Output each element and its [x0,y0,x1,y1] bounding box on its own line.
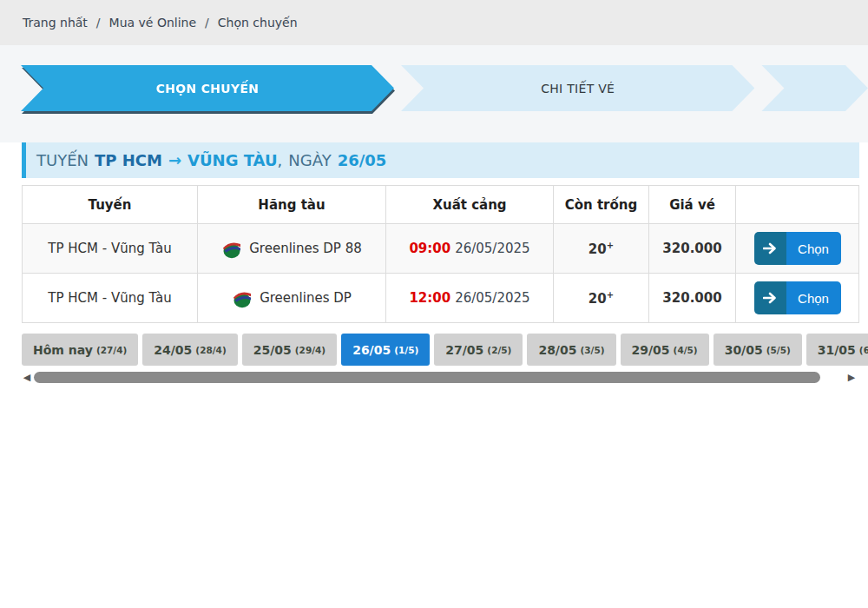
date-tab-sub: (3/5) [580,345,604,355]
breadcrumb: Trang nhất / Mua vé Online / Chọn chuyến [0,0,868,45]
date-tab-sub: (5/5) [766,345,791,355]
breadcrumb-separator: / [205,16,209,30]
trip-price: 320.000 [649,224,736,274]
trip-departure-cell: 09:0026/05/2025 [386,224,554,274]
main-content: TUYẾN TP HCM → VŨNG TÀU , NGÀY 26/05 Tuy… [0,142,868,385]
trip-operator-cell: Greenlines DP [198,274,386,323]
trip-seats-cell: 20+ [554,274,649,323]
breadcrumb-separator: / [96,16,101,30]
trip-row: TP HCM - Vũng Tàu Greenlines DP 12:0026/… [23,274,859,323]
date-tab-sub: (6/5) [859,345,868,355]
col-header-gia-ve: Giá vé [649,186,736,224]
trips-table: Tuyến Hãng tàu Xuất cảng Còn trống Giá v… [22,185,859,323]
route-arrow-icon: → [168,151,181,169]
date-tab-sub: (29/4) [295,345,326,355]
route-destination: VŨNG TÀU [187,151,278,169]
date-tab-label: 27/05 [445,343,483,357]
breadcrumb-item-mua-ve-online[interactable]: Mua vé Online [109,16,197,30]
date-tab-30-05[interactable]: 30/05 (5/5) [713,334,802,366]
chon-button-label: Chọn [786,232,841,265]
col-header-hang-tau: Hãng tàu [198,186,386,224]
date-tab-label: 30/05 [725,343,763,357]
step-wizard: CHỌN CHUYẾN CHI TIẾT VÉ [21,65,868,111]
route-header-ngay-label: NGÀY [288,151,331,169]
date-tab-label: Hôm nay [33,343,93,357]
date-tab-sub: (28/4) [195,345,226,355]
route-origin: TP HCM [95,151,162,169]
step-chi-tiet-ve[interactable]: CHI TIẾT VÉ [401,65,754,111]
chon-button[interactable]: Chọn [754,281,841,314]
date-tabs: Hôm nay (27/4) 24/05 (28/4) 25/05 (29/4)… [22,334,868,366]
date-tab-sub: (27/4) [96,345,127,355]
date-tab-sub: (1/5) [394,345,418,355]
trip-date: 26/05/2025 [455,241,529,256]
date-tabs-scrollbar: ◀ ▶ [22,369,857,385]
col-header-tuyen: Tuyến [23,186,198,224]
breadcrumb-item-chon-chuyen: Chọn chuyến [218,16,298,30]
trip-time: 09:00 [409,241,450,256]
trip-price: 320.000 [649,274,736,323]
date-tab-label: 28/05 [538,343,576,357]
date-tab-label: 29/05 [632,343,670,357]
trip-time: 12:00 [409,290,450,306]
date-tab-26-05-selected[interactable]: 26/05 (1/5) [341,334,430,366]
scrollbar-track[interactable] [32,371,846,383]
trip-route: TP HCM - Vũng Tàu [23,274,198,323]
trip-operator-cell: Greenlines DP 88 [198,224,386,274]
trip-date: 26/05/2025 [455,290,529,306]
breadcrumb-item-home[interactable]: Trang nhất [23,16,88,30]
trip-seats-plus: + [607,290,614,300]
table-header-row: Tuyến Hãng tàu Xuất cảng Còn trống Giá v… [23,186,859,224]
date-tab-25-05[interactable]: 25/05 (29/4) [242,334,337,366]
date-tab-label: 25/05 [253,343,292,357]
steps-band: CHỌN CHUYẾN CHI TIẾT VÉ [0,45,868,142]
chon-button-label: Chọn [786,281,841,314]
scroll-left-arrow-icon[interactable]: ◀ [22,372,32,383]
date-tab-sub: (4/5) [674,345,698,355]
trip-action-cell: Chọn [736,224,859,274]
date-tab-sub: (2/5) [487,345,511,355]
route-date: 26/05 [338,151,387,169]
date-tab-hom-nay[interactable]: Hôm nay (27/4) [22,334,138,366]
trip-action-cell: Chọn [736,274,859,323]
step-next [761,65,868,111]
date-tab-31-05[interactable]: 31/05 (6/5) [806,334,868,366]
date-tab-29-05[interactable]: 29/05 (4/5) [621,334,709,366]
trip-seats: 20 [589,291,607,307]
scrollbar-thumb[interactable] [34,372,820,383]
route-header-comma: , [278,151,283,169]
chon-button[interactable]: Chọn [754,232,841,265]
scroll-right-arrow-icon[interactable]: ▶ [846,372,857,383]
trip-route: TP HCM - Vũng Tàu [23,224,198,274]
route-header-prefix: TUYẾN [36,151,89,169]
trip-operator: Greenlines DP [260,290,352,306]
step-chon-chuyen-wrap: CHỌN CHUYẾN [21,65,394,111]
col-header-con-trong: Còn trống [554,186,649,224]
step-chon-chuyen[interactable]: CHỌN CHUYẾN [21,65,394,111]
date-tab-28-05[interactable]: 28/05 (3/5) [527,334,615,366]
date-tab-27-05[interactable]: 27/05 (2/5) [434,334,523,366]
greenlines-logo-icon [232,287,253,308]
trip-departure-cell: 12:0026/05/2025 [386,274,554,323]
trip-seats-plus: + [607,241,614,250]
date-tab-24-05[interactable]: 24/05 (28/4) [142,334,237,366]
trip-row: TP HCM - Vũng Tàu Greenlines DP 88 09:00… [23,224,859,274]
col-header-xuat-cang: Xuất cảng [386,186,554,224]
trip-seats-cell: 20+ [554,224,649,274]
greenlines-logo-icon [221,238,242,259]
date-tab-label: 31/05 [818,343,856,357]
arrow-right-icon [754,232,786,265]
arrow-right-icon [754,281,786,314]
date-tab-label: 26/05 [352,343,391,357]
trip-seats: 20 [589,241,607,257]
route-header: TUYẾN TP HCM → VŨNG TÀU , NGÀY 26/05 [22,142,859,178]
col-header-action [736,186,859,224]
date-tab-label: 24/05 [154,343,192,357]
trip-operator: Greenlines DP 88 [249,241,362,256]
